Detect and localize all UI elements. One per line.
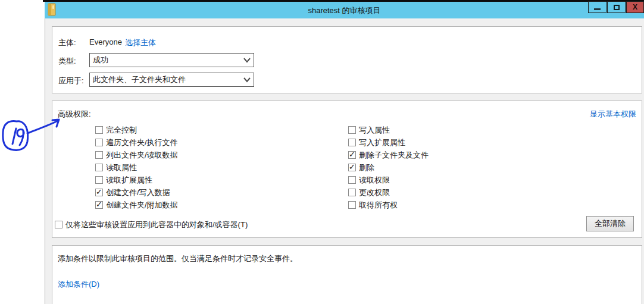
- chevron-down-icon: [243, 77, 251, 83]
- close-icon: X: [633, 4, 637, 11]
- checkbox: ✓: [348, 139, 356, 146]
- permission-checkbox-row[interactable]: ✓ 读取属性: [95, 161, 178, 174]
- permission-label: 列出文件夹/读取数据: [106, 150, 178, 161]
- checkbox: ✓: [95, 151, 103, 159]
- permission-label: 写入扩展属性: [359, 137, 405, 148]
- checkbox: ✓: [348, 189, 356, 196]
- permission-checkbox-row[interactable]: ✓ 更改权限: [348, 186, 429, 199]
- checkbox: ✓: [348, 126, 356, 134]
- checkbox: ✓: [95, 176, 103, 184]
- permission-label: 创建文件/写入数据: [106, 187, 170, 198]
- chevron-down-icon: [243, 57, 251, 63]
- checkbox: ✓: [95, 164, 103, 171]
- principal-label: 主体:: [58, 37, 76, 48]
- permission-checkbox-row[interactable]: ✓ 完全控制: [95, 124, 178, 136]
- annotation-digit-9: [17, 129, 24, 145]
- permission-checkbox-row[interactable]: ✓ 读取扩展属性: [95, 174, 178, 186]
- type-dropdown[interactable]: 成功: [89, 53, 254, 67]
- permission-checkbox-row[interactable]: ✓ 删除: [348, 161, 429, 174]
- maximize-icon: [614, 5, 620, 10]
- permission-checkbox-row[interactable]: ✓ 创建文件夹/附加数据: [95, 199, 178, 211]
- checkbox: ✓: [95, 201, 103, 209]
- caption-buttons: X: [587, 1, 644, 13]
- handwritten-annotation: 19: [0, 107, 77, 173]
- show-basic-permissions-link[interactable]: 显示基本权限: [590, 109, 636, 120]
- principal-section: 主体: Everyone 选择主体 类型: 成功 应用于: 此文件夹、子文件夹和…: [52, 26, 642, 93]
- permission-label: 写入属性: [359, 125, 390, 136]
- applies-to-dropdown[interactable]: 此文件夹、子文件夹和文件: [89, 73, 254, 87]
- applies-to-dropdown-value: 此文件夹、子文件夹和文件: [93, 74, 186, 85]
- permission-checkbox-row[interactable]: ✓ 创建文件/写入数据: [95, 186, 178, 199]
- permission-label: 删除: [359, 162, 374, 173]
- minimize-icon: [594, 8, 601, 10]
- annotation-number: 19: [36, 166, 37, 167]
- annotation-arrow-shaft: [27, 121, 58, 133]
- type-dropdown-value: 成功: [93, 55, 108, 65]
- permissions-column-left: ✓ 完全控制 ✓ 遍历文件夹/执行文件 ✓ 列出文件夹/读取数据 ✓: [95, 124, 178, 211]
- minimize-button[interactable]: [588, 1, 607, 13]
- permission-checkbox-row[interactable]: ✓ 读取权限: [348, 174, 429, 186]
- apply-to-container-checkbox[interactable]: ✓ 仅将这些审核设置应用到此容器中的对象和/或容器(T): [55, 218, 248, 231]
- apply-to-container-label: 仅将这些审核设置应用到此容器中的对象和/或容器(T): [65, 220, 248, 230]
- checkbox: ✓: [348, 201, 356, 209]
- dialog-body: 主体: Everyone 选择主体 类型: 成功 应用于: 此文件夹、子文件夹和…: [45, 18, 644, 304]
- add-condition-link[interactable]: 添加条件(D): [58, 279, 99, 290]
- permission-checkbox-row[interactable]: ✓ 遍历文件夹/执行文件: [95, 136, 178, 149]
- permission-checkbox-row[interactable]: ✓ 删除子文件夹及文件: [348, 149, 429, 161]
- permission-label: 更改权限: [359, 187, 390, 198]
- permission-label: 读取扩展属性: [106, 175, 152, 186]
- permission-label: 创建文件夹/附加数据: [106, 200, 178, 211]
- permission-label: 遍历文件夹/执行文件: [106, 137, 178, 148]
- permission-label: 删除子文件夹及文件: [359, 150, 429, 161]
- condition-description: 添加条件以限制此审核项目的范围。仅当满足条件时才记录安全事件。: [58, 253, 298, 264]
- permission-checkbox-row[interactable]: ✓ 列出文件夹/读取数据: [95, 149, 178, 161]
- type-label: 类型:: [58, 56, 76, 67]
- titlebar[interactable]: sharetest 的审核项目 X: [45, 2, 644, 18]
- permission-label: 完全控制: [106, 125, 137, 136]
- permission-checkbox-row[interactable]: ✓ 写入属性: [348, 124, 429, 136]
- clear-all-button[interactable]: 全部清除: [586, 216, 634, 231]
- checkbox: ✓: [95, 139, 103, 146]
- checkbox: ✓: [348, 164, 356, 171]
- permission-label: 取得所有权: [359, 200, 398, 211]
- checkbox: ✓: [55, 221, 62, 228]
- permission-label: 读取权限: [359, 175, 390, 186]
- advanced-permissions-section: 高级权限: 显示基本权限 ✓ 完全控制 ✓ 遍历文件夹/执行文件 ✓: [52, 101, 642, 238]
- permission-label: 读取属性: [106, 162, 137, 173]
- annotation-digit-1: [12, 129, 16, 144]
- checkbox: ✓: [95, 126, 103, 134]
- audit-entry-dialog: sharetest 的审核项目 X 主体: Everyone 选择主体 类型: …: [45, 0, 644, 304]
- permission-checkbox-row[interactable]: ✓ 写入扩展属性: [348, 136, 429, 149]
- checkbox: ✓: [348, 176, 356, 184]
- select-principal-link[interactable]: 选择主体: [125, 37, 156, 48]
- condition-section: 添加条件以限制此审核项目的范围。仅当满足条件时才记录安全事件。 添加条件(D): [52, 245, 642, 304]
- checkbox: ✓: [348, 151, 356, 159]
- window-title: sharetest 的审核项目: [45, 5, 644, 16]
- checkbox: ✓: [95, 189, 103, 196]
- close-button[interactable]: X: [626, 1, 644, 13]
- permissions-column-right: ✓ 写入属性 ✓ 写入扩展属性 ✓ 删除子文件夹及文件 ✓: [348, 124, 429, 211]
- permission-checkbox-row[interactable]: ✓ 取得所有权: [348, 199, 429, 211]
- applies-to-label: 应用于:: [58, 76, 84, 86]
- principal-value: Everyone: [89, 37, 122, 46]
- maximize-button[interactable]: [607, 1, 626, 13]
